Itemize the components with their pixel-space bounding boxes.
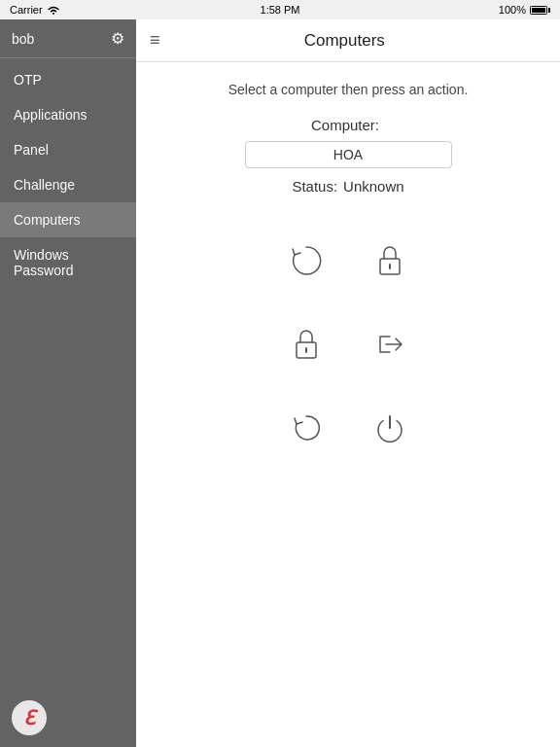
logo-circle: ℇ [12, 700, 47, 735]
battery-icon [530, 6, 550, 15]
sidebar-header: bob ⚙ [0, 19, 136, 58]
computer-section: Computer: Status: Unknown [165, 117, 531, 455]
computer-label: Computer: [311, 117, 379, 133]
sidebar-item-panel[interactable]: Panel [0, 132, 136, 167]
restart-icon [285, 407, 328, 449]
power-icon [368, 407, 411, 449]
lock-button[interactable] [279, 317, 333, 372]
computer-input[interactable] [245, 141, 452, 168]
hamburger-icon[interactable]: ≡ [150, 30, 160, 51]
content-area: Select a computer then press an action. … [136, 62, 560, 747]
sidebar-item-otp[interactable]: OTP [0, 62, 136, 97]
status-bar: Carrier 1:58 PM 100% [0, 0, 560, 19]
status-value: Unknown [343, 178, 404, 195]
actions-grid [279, 233, 417, 455]
unlock-button[interactable] [363, 233, 417, 288]
logout-icon [368, 323, 411, 366]
unlock-icon [368, 239, 411, 282]
page-title: Computers [170, 31, 546, 51]
refresh-icon [285, 239, 328, 282]
sidebar-nav: OTP Applications Panel Challenge Compute… [0, 58, 136, 689]
app-container: bob ⚙ OTP Applications Panel Challenge C… [0, 19, 560, 747]
status-left: Carrier [10, 4, 60, 16]
app-logo: ℇ [0, 689, 136, 747]
status-row: Status: Unknown [292, 178, 403, 195]
lock-icon [285, 323, 328, 366]
sidebar: bob ⚙ OTP Applications Panel Challenge C… [0, 19, 136, 747]
sidebar-item-applications[interactable]: Applications [0, 97, 136, 132]
sidebar-item-challenge[interactable]: Challenge [0, 167, 136, 202]
status-time: 1:58 PM [261, 4, 300, 16]
restart-button[interactable] [279, 401, 333, 455]
computer-label-row: Computer: [311, 117, 385, 133]
carrier-label: Carrier [10, 4, 43, 16]
gear-icon[interactable]: ⚙ [111, 29, 124, 48]
sidebar-item-windows-password[interactable]: Windows Password [0, 237, 136, 288]
instruction-text: Select a computer then press an action. [165, 82, 531, 97]
main-content: ≡ Computers Select a computer then press… [136, 19, 560, 747]
logout-button[interactable] [363, 317, 417, 372]
status-right: 100% [499, 4, 550, 16]
wifi-icon [47, 4, 60, 16]
status-label: Status: [292, 178, 337, 195]
battery-percent: 100% [499, 4, 526, 16]
logo-letter: ℇ [23, 706, 35, 729]
refresh-button[interactable] [279, 233, 333, 288]
sidebar-item-computers[interactable]: Computers [0, 202, 136, 237]
top-bar: ≡ Computers [136, 19, 560, 62]
sidebar-username: bob [12, 31, 34, 47]
shutdown-button[interactable] [363, 401, 417, 455]
